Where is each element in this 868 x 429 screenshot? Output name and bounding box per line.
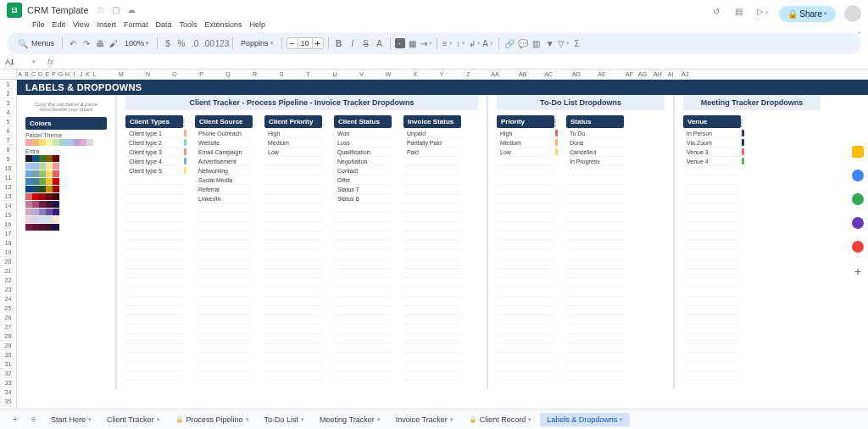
color-swatch[interactable]: [53, 193, 59, 200]
row-header[interactable]: 13: [0, 192, 16, 201]
col-header[interactable]: R: [252, 70, 259, 79]
list-item[interactable]: [403, 203, 461, 213]
row-header[interactable]: 28: [0, 332, 16, 341]
color-swatch[interactable]: [32, 209, 39, 215]
color-swatch[interactable]: [46, 155, 53, 162]
paint-format-icon[interactable]: 🖌: [108, 37, 120, 49]
list-item[interactable]: [125, 315, 183, 325]
col-header[interactable]: H: [64, 70, 71, 79]
list-item[interactable]: [683, 334, 741, 343]
list-item[interactable]: Phone Outreach: [195, 129, 253, 138]
col-header[interactable]: AA: [472, 70, 519, 79]
list-item[interactable]: [334, 334, 392, 343]
menu-extensions[interactable]: Extensions: [201, 20, 245, 30]
list-item[interactable]: [403, 287, 461, 297]
list-item[interactable]: [566, 306, 624, 315]
bold-icon[interactable]: B: [333, 37, 345, 49]
col-header[interactable]: AD: [572, 70, 579, 79]
filter-views-icon[interactable]: ▽▾: [558, 37, 570, 49]
row-header[interactable]: 2: [0, 89, 16, 98]
list-item[interactable]: [497, 185, 554, 194]
calendar-icon[interactable]: [852, 170, 864, 181]
percent-icon[interactable]: %: [175, 37, 187, 49]
row-header[interactable]: 12: [0, 182, 16, 192]
list-item[interactable]: [264, 213, 322, 222]
list-item[interactable]: Venue 4: [683, 157, 741, 166]
list-item[interactable]: [497, 362, 554, 371]
list-item[interactable]: Client type 2: [125, 138, 183, 148]
rotate-icon[interactable]: A▾: [482, 37, 494, 49]
col-header[interactable]: E: [44, 70, 51, 79]
list-item[interactable]: Networking: [195, 166, 253, 176]
color-swatch[interactable]: [25, 209, 32, 215]
col-header[interactable]: I: [71, 70, 78, 79]
list-item[interactable]: To Do: [566, 129, 624, 138]
list-item[interactable]: [683, 213, 741, 222]
contacts-icon[interactable]: [852, 217, 864, 229]
list-item[interactable]: [125, 259, 183, 269]
tasks-icon[interactable]: [852, 193, 864, 205]
color-swatch[interactable]: [25, 170, 32, 177]
list-item[interactable]: [566, 241, 624, 250]
list-item[interactable]: [566, 222, 624, 231]
row-header[interactable]: 26: [0, 313, 16, 322]
list-item[interactable]: [334, 278, 392, 287]
col-header[interactable]: C: [31, 70, 37, 79]
col-header[interactable]: A: [17, 70, 24, 79]
row-header[interactable]: 24: [0, 294, 16, 304]
merge-icon[interactable]: ⇥▾: [420, 37, 432, 49]
color-swatch[interactable]: [39, 201, 46, 208]
row-header[interactable]: 35: [0, 397, 16, 406]
decrease-decimal-icon[interactable]: .0: [189, 37, 201, 49]
list-item[interactable]: [264, 185, 322, 194]
color-swatch[interactable]: [53, 224, 59, 231]
strike-icon[interactable]: S: [360, 37, 372, 49]
color-swatch[interactable]: [39, 224, 46, 231]
menu-edit[interactable]: Edit: [49, 20, 70, 30]
list-item[interactable]: [566, 185, 624, 194]
list-item[interactable]: [403, 213, 461, 222]
list-item[interactable]: [403, 362, 461, 371]
color-swatch[interactable]: [32, 216, 39, 223]
color-swatch[interactable]: [53, 139, 59, 146]
list-item[interactable]: [497, 250, 554, 259]
star-icon[interactable]: ☆: [97, 5, 107, 15]
list-item[interactable]: Referral: [195, 185, 253, 194]
comment-icon[interactable]: ▤: [735, 7, 748, 20]
list-item[interactable]: [403, 315, 461, 325]
font-select[interactable]: Poppins▾: [237, 38, 277, 48]
color-swatch[interactable]: [32, 178, 39, 185]
list-item[interactable]: [403, 231, 461, 241]
list-item[interactable]: [125, 297, 183, 306]
row-header[interactable]: 15: [0, 210, 16, 220]
list-item[interactable]: [497, 371, 554, 381]
list-item[interactable]: [683, 259, 741, 269]
list-item[interactable]: [334, 297, 392, 306]
list-item[interactable]: [403, 334, 461, 343]
list-item[interactable]: [683, 203, 741, 213]
col-header[interactable]: X: [412, 70, 419, 79]
list-item[interactable]: [264, 231, 322, 241]
list-item[interactable]: [497, 176, 554, 185]
sheet-tab[interactable]: To-Do List▾: [258, 413, 312, 426]
list-item[interactable]: [566, 353, 624, 362]
color-swatch[interactable]: [25, 224, 32, 231]
text-color-icon[interactable]: A: [374, 37, 386, 49]
list-item[interactable]: [497, 231, 554, 241]
list-item[interactable]: Contact: [334, 166, 392, 176]
list-item[interactable]: Low: [264, 148, 322, 157]
color-swatch[interactable]: [46, 209, 53, 215]
sheet-tab[interactable]: Meeting Tracker▾: [313, 413, 387, 426]
list-item[interactable]: [403, 325, 461, 334]
list-item[interactable]: [125, 269, 183, 278]
list-item[interactable]: [125, 278, 183, 287]
col-header[interactable]: AF: [626, 70, 632, 79]
list-item[interactable]: [334, 213, 392, 222]
list-item[interactable]: Paid: [403, 148, 461, 157]
all-sheets-button[interactable]: ≡: [25, 412, 42, 427]
search-menus[interactable]: 🔍Menus: [14, 37, 58, 49]
sheets-logo[interactable]: [7, 3, 22, 18]
list-item[interactable]: [125, 362, 183, 371]
list-item[interactable]: [195, 222, 253, 231]
menu-tools[interactable]: Tools: [175, 20, 200, 30]
